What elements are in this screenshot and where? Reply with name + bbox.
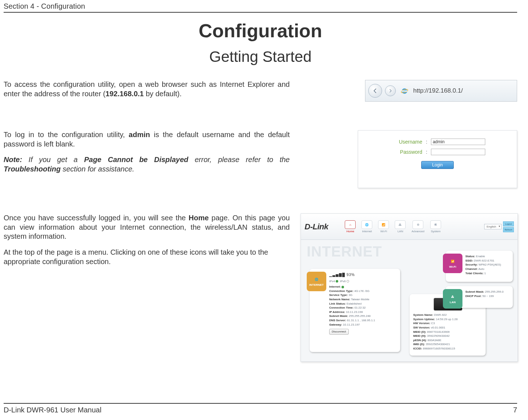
language-select: English xyxy=(484,224,502,229)
ipv6-label: IPv6 xyxy=(340,280,346,283)
text: If you get a xyxy=(22,156,84,164)
wifi-tab: 📶 Wi-Fi xyxy=(443,254,462,273)
lan-tab: 🖧 LAN xyxy=(443,289,462,309)
browser-url: http://192.168.0.1/ xyxy=(413,87,514,94)
login-screenshot: Username : admin Password : Login xyxy=(358,130,517,188)
nav-lan: 🖧LAN xyxy=(393,220,408,234)
login-button: Login xyxy=(421,161,454,169)
kv-row: MEID (H): 35922505430042 xyxy=(413,334,483,338)
username-label: Username xyxy=(390,139,422,145)
text: Once you have successfully logged in, yo… xyxy=(4,214,189,222)
text: To log in to the configuration utility, xyxy=(4,131,129,139)
nav-label: Advanced xyxy=(411,230,424,233)
kv-row: HW Version: C3 xyxy=(413,321,483,326)
username-input: admin xyxy=(431,139,485,145)
kv-row: Subnet Mask: 255.255.255.248 xyxy=(329,314,397,318)
kv-row: System Uptime: 14:59:29 up 1:28 xyxy=(413,317,483,322)
status-dot-green-icon xyxy=(336,280,338,283)
kv-row: System Name: DWR-922 xyxy=(413,313,483,317)
paragraph-access: To access the configuration utility, ope… xyxy=(4,80,290,105)
dashboard-nav: ⌂Home 🌐Internet 📶Wi-Fi 🖧LAN ⚙Advanced 🛠S… xyxy=(343,220,443,234)
nav-advanced: ⚙Advanced xyxy=(409,220,427,234)
svg-rect-2 xyxy=(402,90,407,92)
logout-button: Logout xyxy=(503,221,514,226)
kv-row: IMEI (D): 359225054300421 xyxy=(413,342,483,347)
wifi-icon: 📶 xyxy=(449,259,457,264)
kv-row: Security: WPA2-PSK(AES) xyxy=(465,263,510,267)
paragraph-login: To log in to the configuration utility, … xyxy=(4,130,290,180)
disconnect-button: Disconnect xyxy=(329,329,349,335)
note-label: Note: xyxy=(4,156,22,164)
text: : xyxy=(426,139,427,145)
nav-internet: 🌐Internet xyxy=(359,220,374,234)
globe-icon: 🌐 xyxy=(361,220,372,229)
text: by default). xyxy=(144,90,182,98)
text: section for assistance. xyxy=(60,165,134,173)
dlink-logo: D-Link xyxy=(305,222,328,232)
kv-row: ICCID: 89886971605760306115 xyxy=(413,347,483,351)
signal-strength: ▁▃▅▇█ 93% xyxy=(329,272,397,278)
nav-label: Home xyxy=(347,230,354,233)
refresh-button: Refresh xyxy=(503,227,514,232)
page-title: Configuration xyxy=(4,20,517,42)
kv-row: Subnet Mask: 255.255.255.0 xyxy=(465,290,510,294)
wifi-icon: 📶 xyxy=(378,220,389,229)
running-header: Section 4 - Configuration xyxy=(4,0,517,13)
browser-forward-icon xyxy=(385,85,396,96)
nav-label: Internet xyxy=(362,230,372,233)
kv-row: DHCP Pool: 50 ~ 199 xyxy=(465,294,510,298)
ip-version-row: IPv4 IPv6 xyxy=(329,279,397,284)
paragraph-menu: At the top of the page is a menu. Clicki… xyxy=(4,248,290,266)
kv-row: Channel: Auto xyxy=(465,267,510,271)
tab-label: LAN xyxy=(450,301,456,304)
kv-row: IP Address: 10.11.23.198 xyxy=(329,310,397,314)
kv-row: Link Status: Established xyxy=(329,302,397,306)
nav-wifi: 📶Wi-Fi xyxy=(376,220,391,234)
kv-row: Service Type: 3G xyxy=(329,293,397,297)
tab-label: INTERNET xyxy=(309,283,324,287)
kv-row: SW Version: v0.01.0001 xyxy=(413,326,483,330)
system-icon: 🛠 xyxy=(430,220,441,229)
kv-row: Network Name: Taiwan Mobile xyxy=(329,297,397,302)
page-subtitle: Getting Started xyxy=(4,48,517,65)
kv-row: SSID: DWR-922-E701 xyxy=(465,259,510,263)
nav-system: 🛠System xyxy=(428,220,443,234)
watermark: INTERNET xyxy=(307,243,382,260)
password-input xyxy=(431,149,485,155)
default-ip: 192.168.0.1 xyxy=(105,90,144,98)
kv-row: Connection Time: 01:22:32 xyxy=(329,306,397,310)
kv-row: MEID (D): 89877018143909 xyxy=(413,330,483,334)
internet-card: 🌐 INTERNET ▁▃▅▇█ 93% IPv4 IPv6 Internet:… xyxy=(310,269,400,352)
globe-icon: 🌐 xyxy=(313,277,320,283)
text: error, please refer to the xyxy=(188,156,290,164)
footer-manual-title: D-Link DWR-961 User Manual xyxy=(4,406,101,414)
ipv4-label: IPv4 xyxy=(329,280,335,283)
kv-row: pESN (H): 800A3A8E xyxy=(413,338,483,343)
tab-label: Wi-Fi xyxy=(449,265,456,268)
text: : xyxy=(426,149,427,155)
lan-card: 🖧 LAN Subnet Mask: 255.255.255.0 DHCP Po… xyxy=(446,286,513,308)
lan-icon: 🖧 xyxy=(449,294,457,300)
gear-icon: ⚙ xyxy=(412,220,423,229)
nav-home: ⌂Home xyxy=(343,220,358,234)
signal-pct: 93% xyxy=(347,273,355,277)
status-dot-empty-icon xyxy=(347,280,349,283)
default-username: admin xyxy=(129,131,150,139)
wifi-card: 📶 Wi-Fi Status: Enable SSID: DWR-922-E70… xyxy=(446,251,513,282)
kv-row: Connection Type: 4G LTE /3G xyxy=(329,289,397,293)
dashboard-screenshot: D-Link ⌂Home 🌐Internet 📶Wi-Fi 🖧LAN ⚙Adva… xyxy=(301,213,518,362)
kv-row: Total Clients: 1 xyxy=(465,271,510,276)
troubleshooting-ref: Troubleshooting xyxy=(4,165,60,173)
kv-row: Internet: xyxy=(329,285,397,289)
password-label: Password xyxy=(390,149,422,155)
browser-back-icon xyxy=(368,84,382,98)
home-icon: ⌂ xyxy=(345,220,356,229)
status-dot-green-icon xyxy=(341,286,344,288)
home-page-bold: Home xyxy=(189,214,209,222)
browser-address-bar-screenshot: http://192.168.0.1/ xyxy=(365,80,517,102)
footer-page-number: 7 xyxy=(513,406,517,414)
lan-icon: 🖧 xyxy=(395,220,406,229)
nav-label: LAN xyxy=(398,230,403,233)
paragraph-home: Once you have successfully logged in, yo… xyxy=(4,213,290,273)
kv-row: Gateway: 10.11.23.197 xyxy=(329,323,397,327)
